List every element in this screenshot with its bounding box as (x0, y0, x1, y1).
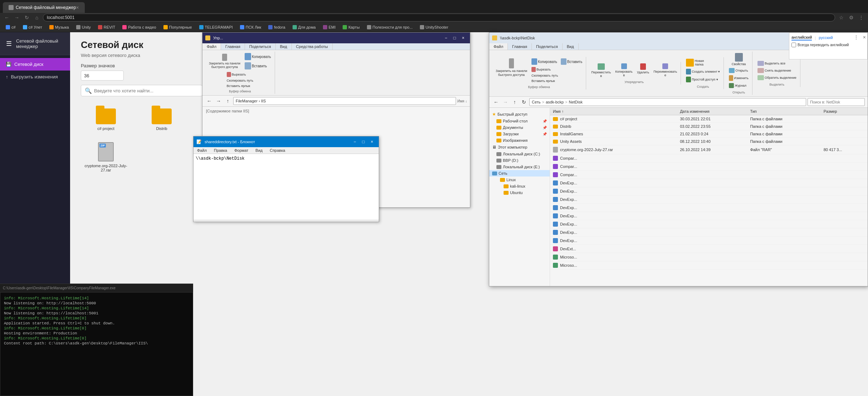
col-name[interactable]: Имя ↑ (550, 108, 677, 115)
bookmark-fedora[interactable]: fedora (265, 24, 288, 30)
front-up-btn[interactable]: ↑ (511, 98, 519, 106)
pin-quickaccess-btn[interactable]: Закрепить на панелибыстрого доступа (494, 58, 529, 78)
table-row[interactable]: Microso... (550, 253, 868, 261)
file-item-cryptome[interactable]: ZIP cryptome.org-2022-July-27.rar (81, 139, 131, 175)
forward-btn[interactable]: → (13, 14, 21, 21)
tree-drive-e[interactable]: Локальный диск (E:) (489, 164, 550, 170)
copy-front-btn[interactable]: Копировать (530, 58, 559, 66)
front-refresh-btn[interactable]: ↻ (520, 98, 528, 106)
notepad-menu-view[interactable]: Вид (252, 147, 266, 154)
history-btn[interactable]: Журнал (727, 82, 750, 89)
tab-english[interactable]: английский (791, 35, 812, 40)
cut-front-btn[interactable]: Вырезать (530, 66, 584, 73)
bookmark-popular[interactable]: Популярные (161, 24, 195, 30)
tree-linux[interactable]: Linux (489, 177, 550, 183)
always-translate-checkbox[interactable] (791, 43, 796, 47)
ribbon-tab-file[interactable]: Файл (202, 43, 221, 50)
tree-images[interactable]: Изображения (489, 137, 550, 144)
front-back-btn[interactable]: ← (492, 98, 500, 106)
table-row[interactable]: DevExp... (550, 220, 868, 228)
front-forward-btn[interactable]: → (501, 98, 509, 106)
crumb-netdisk[interactable]: NetDisk (569, 100, 583, 104)
maximize-btn[interactable]: □ (451, 34, 458, 42)
new-folder-btn[interactable]: Новаяпапка (685, 58, 721, 67)
properties-btn[interactable]: Свойства (727, 52, 750, 67)
table-row[interactable]: cryptome.org-2022-July-27.rar 26.10.2022… (550, 145, 868, 154)
search-input[interactable] (94, 88, 198, 93)
tree-computer[interactable]: 🖥 Этот компьютер (489, 144, 550, 151)
active-tab[interactable]: Сетевой файловый менеджер × (3, 2, 85, 13)
table-row[interactable]: InstallGames 21.02.2023 0:24 Папка с фай… (550, 130, 868, 138)
file-item-csharp[interactable]: c# project (81, 106, 131, 134)
table-row[interactable]: DevExp... (550, 237, 868, 245)
explorer-front-search[interactable] (808, 98, 865, 106)
new-item-btn[interactable]: Создать элемент ▾ (685, 68, 721, 75)
copy-path-btn[interactable]: Скопировать путь (225, 78, 255, 83)
crumb-network[interactable]: Сеть (532, 100, 540, 104)
bookmark-psk[interactable]: ПСК Лик (237, 24, 264, 30)
ribbon-tab-share[interactable]: Поделиться (245, 43, 276, 50)
forward-nav-btn[interactable]: → (215, 97, 222, 105)
table-row[interactable]: DevExt... (550, 245, 868, 253)
table-row[interactable]: Distrib 03.02.2022 23:55 Папка с файлами (550, 123, 868, 130)
open-btn[interactable]: Открыть (727, 67, 750, 74)
bookmark-culet[interactable]: с# Улет (20, 24, 45, 30)
select-all-btn[interactable]: Выделить все (756, 60, 798, 67)
sidebar-item-upload[interactable]: ↑ Выгрузить изменения (0, 71, 70, 83)
tree-desktop[interactable]: Рабочий стол 📌 (489, 118, 550, 124)
address-bar[interactable] (43, 14, 835, 21)
home-btn[interactable]: ⌂ (33, 14, 41, 21)
notepad-close-btn[interactable]: × (368, 138, 376, 146)
reload-btn[interactable]: ↻ (23, 14, 31, 21)
table-row[interactable]: Compar... (550, 154, 868, 163)
tab-close[interactable]: × (76, 5, 79, 10)
notepad-menu-format[interactable]: Формат (231, 147, 252, 154)
pin-btn[interactable]: Закрепить на панелибыстрого доступа (207, 53, 242, 69)
tree-network[interactable]: Сеть (489, 170, 550, 177)
table-row[interactable]: Microso... (550, 261, 868, 270)
menu-btn[interactable]: ⋮ (857, 14, 865, 21)
crumb-asdk[interactable]: asdk-bckp (546, 100, 564, 104)
front-tab-view[interactable]: Вид (563, 43, 579, 50)
ribbon-tab-view[interactable]: Вид (276, 43, 292, 50)
notepad-minimize-btn[interactable]: − (351, 138, 359, 146)
paste-btn[interactable]: Вставить (243, 62, 273, 70)
close-btn[interactable]: × (459, 34, 467, 42)
extensions-btn[interactable]: ⚙ (847, 14, 855, 21)
bookmark-music[interactable]: Музыка (46, 24, 72, 30)
quick-access-btn[interactable]: Простой доступ ▾ (685, 76, 721, 83)
table-row[interactable]: DevExp... (550, 187, 868, 195)
terminal[interactable]: info: Microsoft.Hosting.Lifetime[14] Now… (0, 292, 193, 396)
paste-front-btn[interactable]: Вставить (559, 58, 584, 66)
address-input[interactable] (233, 97, 456, 105)
bookmark-revit[interactable]: REVIT (95, 24, 118, 30)
col-size[interactable]: Размер (821, 108, 868, 115)
invert-selection-btn[interactable]: Снять выделение (756, 67, 798, 74)
file-item-distrib[interactable]: Distrib (137, 106, 187, 134)
paste-shortcut-btn[interactable]: Вставить ярлык (225, 83, 255, 88)
col-type[interactable]: Тип (747, 108, 820, 115)
table-row[interactable]: Compar... (550, 163, 868, 171)
delete-btn[interactable]: Удалить (636, 63, 651, 78)
tree-kali[interactable]: kali-linux (489, 183, 550, 189)
table-row[interactable]: c# project 30.03.2021 22:01 Папка с файл… (550, 115, 868, 123)
notepad-maximize-btn[interactable]: □ (359, 138, 367, 146)
bookmark-maps[interactable]: Карты (340, 24, 362, 30)
notepad-menu-help[interactable]: Справка (266, 147, 289, 154)
translation-close-btn[interactable]: × (863, 34, 866, 40)
front-tab-home[interactable]: Главная (508, 43, 532, 50)
table-row[interactable]: DevExp... (550, 228, 868, 237)
tree-drive-c[interactable]: Локальный диск (C:) (489, 151, 550, 157)
notepad-menu-edit[interactable]: Правка (210, 147, 231, 154)
minimize-btn[interactable]: − (442, 34, 450, 42)
table-row[interactable]: DevExp... (550, 204, 868, 212)
bookmark-c#[interactable]: c# (3, 24, 19, 30)
table-row[interactable]: DevExp... (550, 195, 868, 204)
bookmark-unity-shooter[interactable]: UnityShooter (417, 24, 451, 30)
table-row[interactable]: Unity Assets 08.12.2022 10:40 Папка с фа… (550, 138, 868, 145)
bookmark-telegram[interactable]: TELEGRAMAPI (196, 24, 236, 30)
hamburger-btn[interactable]: ☰ (5, 39, 13, 49)
notepad-menu-file[interactable]: Файл (193, 147, 210, 154)
back-nav-btn[interactable]: ← (205, 97, 213, 105)
back-btn[interactable]: ← (3, 14, 11, 21)
